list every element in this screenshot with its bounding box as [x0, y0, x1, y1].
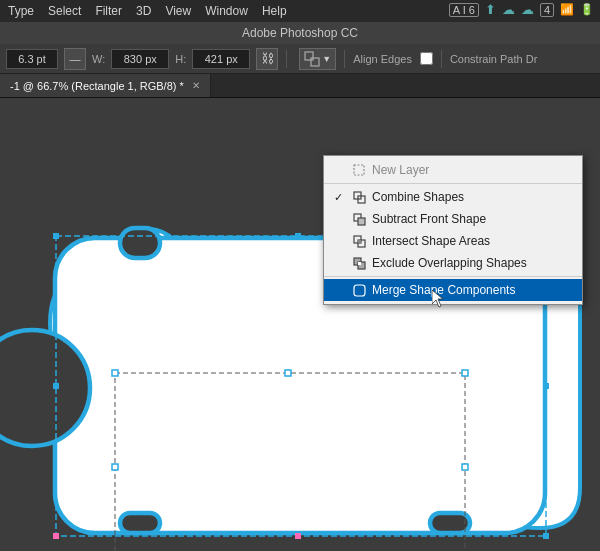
svg-rect-20 — [53, 383, 59, 389]
menu-help[interactable]: Help — [262, 4, 287, 18]
separator-2 — [344, 50, 345, 68]
menu-bar: Type Select Filter 3D View Window Help A… — [0, 0, 600, 22]
tab-bar: -1 @ 66.7% (Rectangle 1, RGB/8) * ✕ — [0, 74, 600, 98]
svg-point-3 — [0, 330, 90, 446]
dropdown-item-exclude[interactable]: Exclude Overlapping Shapes — [324, 252, 582, 274]
height-input[interactable] — [192, 49, 250, 69]
svg-rect-4 — [120, 228, 160, 258]
svg-rect-33 — [358, 240, 361, 243]
svg-rect-26 — [354, 165, 364, 175]
svg-rect-25 — [295, 533, 301, 539]
svg-rect-9 — [112, 370, 118, 376]
merge-icon — [352, 283, 366, 297]
path-ops-icon — [304, 51, 320, 67]
options-bar: — W: H: ⛓ ▼ Align Edges Constrain Path D… — [0, 44, 600, 74]
intersect-label: Intersect Shape Areas — [372, 234, 490, 248]
menu-type[interactable]: Type — [8, 4, 34, 18]
svg-rect-10 — [462, 370, 468, 376]
svg-marker-37 — [432, 290, 443, 307]
svg-rect-30 — [358, 218, 365, 225]
separator-3 — [441, 50, 442, 68]
exclude-label: Exclude Overlapping Shapes — [372, 256, 527, 270]
ai-badge: A I 6 — [449, 3, 479, 17]
svg-rect-6 — [120, 513, 160, 533]
svg-rect-13 — [285, 370, 291, 376]
menu-window[interactable]: Window — [205, 4, 248, 18]
constrain-path-label: Constrain Path Dr — [450, 53, 537, 65]
menu-filter[interactable]: Filter — [95, 4, 122, 18]
battery-icon: 🔋 — [580, 3, 594, 16]
cursor — [432, 290, 444, 308]
align-edges-checkbox[interactable] — [420, 52, 433, 65]
app-title: Adobe Photoshop CC — [242, 26, 358, 40]
svg-rect-1 — [311, 58, 319, 66]
svg-rect-0 — [305, 52, 313, 60]
subtract-icon — [352, 212, 366, 226]
wifi-icon: 📶 — [560, 3, 574, 16]
svg-rect-18 — [53, 233, 59, 239]
dropdown-item-merge[interactable]: Merge Shape Components — [324, 279, 582, 301]
separator-1 — [286, 50, 287, 68]
subtract-label: Subtract Front Shape — [372, 212, 486, 226]
menu-select[interactable]: Select — [48, 4, 81, 18]
cloud-icon-3: ☁ — [521, 2, 534, 17]
new-layer-icon — [352, 163, 366, 177]
svg-rect-24 — [295, 233, 301, 239]
stroke-style-btn[interactable]: — — [64, 48, 86, 70]
dropdown-item-new-layer[interactable]: New Layer — [324, 159, 582, 181]
title-bar: Adobe Photoshop CC — [0, 22, 600, 44]
combine-icon — [352, 190, 366, 204]
w-label: W: — [92, 53, 105, 65]
svg-rect-15 — [112, 464, 118, 470]
canvas-area: New Layer Combine Shapes Subtract Front … — [0, 98, 600, 551]
path-operations-dropdown: New Layer Combine Shapes Subtract Front … — [323, 155, 583, 305]
dropdown-divider-2 — [324, 276, 582, 277]
close-tab-icon[interactable]: ✕ — [192, 80, 200, 91]
svg-rect-22 — [53, 533, 59, 539]
align-edges-label: Align Edges — [353, 53, 412, 65]
dropdown-item-intersect[interactable]: Intersect Shape Areas — [324, 230, 582, 252]
path-operations-btn[interactable]: ▼ — [299, 48, 336, 70]
svg-rect-16 — [462, 464, 468, 470]
width-input[interactable] — [111, 49, 169, 69]
intersect-icon — [352, 234, 366, 248]
svg-rect-23 — [543, 533, 549, 539]
link-dimensions-btn[interactable]: ⛓ — [256, 48, 278, 70]
dropdown-item-subtract[interactable]: Subtract Front Shape — [324, 208, 582, 230]
combine-label: Combine Shapes — [372, 190, 464, 204]
new-layer-label: New Layer — [372, 163, 429, 177]
svg-rect-21 — [543, 383, 549, 389]
cloud-icon-2: ☁ — [502, 2, 515, 17]
h-label: H: — [175, 53, 186, 65]
menu-view[interactable]: View — [165, 4, 191, 18]
exclude-icon — [352, 256, 366, 270]
svg-rect-36 — [358, 262, 361, 265]
document-tab[interactable]: -1 @ 66.7% (Rectangle 1, RGB/8) * ✕ — [0, 74, 211, 97]
document-tab-label: -1 @ 66.7% (Rectangle 1, RGB/8) * — [10, 80, 184, 92]
num-badge: 4 — [540, 3, 554, 17]
stroke-pt-input[interactable] — [6, 49, 58, 69]
svg-rect-7 — [430, 513, 470, 533]
cloud-icon-1: ⬆ — [485, 2, 496, 17]
dropdown-item-combine[interactable]: Combine Shapes — [324, 186, 582, 208]
dropdown-divider-1 — [324, 183, 582, 184]
menu-3d[interactable]: 3D — [136, 4, 151, 18]
